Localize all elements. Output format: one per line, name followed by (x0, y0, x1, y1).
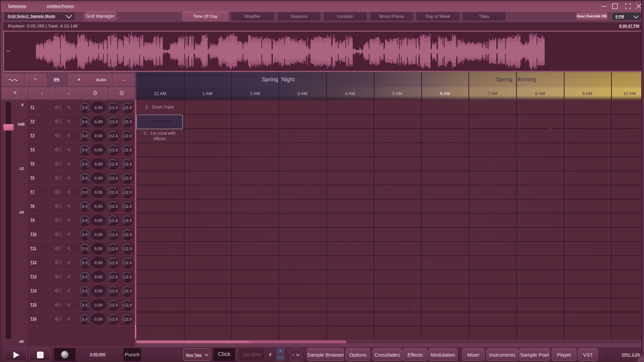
svg-text:-12.0: -12.0 (122, 120, 132, 124)
svg-text:-12.0: -12.0 (122, 317, 132, 322)
svg-text:-12.0: -12.0 (122, 134, 132, 138)
svg-text:-12.0: -12.0 (122, 261, 132, 265)
svg-text:0.00: 0.00 (94, 261, 102, 265)
svg-text:0.0: 0.0 (82, 232, 88, 237)
svg-text:0.0: 0.0 (82, 246, 88, 251)
svg-text:0.0: 0.0 (82, 275, 88, 279)
svg-text:0.0: 0.0 (82, 317, 88, 322)
svg-text:-12.0: -12.0 (122, 204, 132, 209)
svg-text:0.0: 0.0 (82, 190, 88, 195)
svg-text:0.0: 0.0 (82, 176, 88, 181)
svg-text:-12.0: -12.0 (108, 289, 118, 293)
svg-text:-12.0: -12.0 (122, 105, 132, 110)
svg-text:0.0: 0.0 (82, 289, 88, 293)
svg-text:0.0: 0.0 (82, 105, 88, 110)
svg-text:-12.0: -12.0 (108, 190, 118, 195)
svg-text:0.00: 0.00 (94, 148, 102, 152)
svg-text:-12.0: -12.0 (108, 204, 118, 209)
svg-text:-12.0: -12.0 (122, 232, 132, 237)
svg-text:0.0: 0.0 (82, 120, 88, 124)
svg-text:0.0: 0.0 (82, 162, 88, 167)
svg-text:0.00: 0.00 (94, 105, 102, 110)
svg-text:0.00: 0.00 (94, 275, 102, 279)
svg-text:0.0: 0.0 (82, 134, 88, 138)
svg-text:0.00: 0.00 (94, 176, 102, 181)
svg-text:-12.0: -12.0 (108, 261, 118, 265)
svg-text:0.00: 0.00 (94, 204, 102, 209)
svg-text:-12.0: -12.0 (108, 303, 118, 308)
svg-text:0.00: 0.00 (94, 218, 102, 223)
svg-text:-12.0: -12.0 (108, 162, 118, 167)
svg-text:0.00: 0.00 (94, 232, 102, 237)
svg-text:-12.0: -12.0 (122, 162, 132, 167)
svg-text:-12.0: -12.0 (122, 190, 132, 195)
svg-text:0.00: 0.00 (94, 303, 102, 308)
svg-text:-12.0: -12.0 (108, 275, 118, 279)
svg-text:0.0: 0.0 (82, 303, 88, 308)
svg-text:0.00: 0.00 (94, 190, 102, 195)
svg-text:0.00: 0.00 (94, 162, 102, 167)
svg-text:0.00: 0.00 (94, 134, 102, 138)
svg-text:-12.0: -12.0 (108, 148, 118, 152)
svg-text:-12.0: -12.0 (122, 275, 132, 279)
svg-text:0.0: 0.0 (82, 261, 88, 265)
svg-text:-12.0: -12.0 (122, 148, 132, 152)
svg-text:-12.0: -12.0 (108, 176, 118, 181)
svg-text:-12.0: -12.0 (108, 105, 118, 110)
svg-text:-12.0: -12.0 (108, 246, 118, 251)
svg-text:-12.0: -12.0 (108, 218, 118, 223)
svg-text:-12.0: -12.0 (122, 303, 132, 308)
svg-text:0.00: 0.00 (94, 246, 102, 251)
svg-text:0.0: 0.0 (82, 148, 88, 152)
svg-text:-12.0: -12.0 (122, 176, 132, 181)
svg-text:-12.0: -12.0 (108, 317, 118, 322)
svg-text:-12.0: -12.0 (122, 289, 132, 293)
svg-text:-12.0: -12.0 (108, 120, 118, 124)
svg-text:0.00: 0.00 (94, 289, 102, 293)
svg-text:-12.0: -12.0 (122, 218, 132, 223)
svg-text:0.0: 0.0 (82, 204, 88, 209)
svg-text:0.0: 0.0 (82, 218, 88, 223)
svg-text:0.00: 0.00 (94, 120, 102, 124)
svg-text:-12.0: -12.0 (108, 134, 118, 138)
svg-text:-12.0: -12.0 (108, 232, 118, 237)
svg-text:-12.0: -12.0 (122, 246, 132, 251)
svg-text:0.00: 0.00 (94, 317, 102, 322)
